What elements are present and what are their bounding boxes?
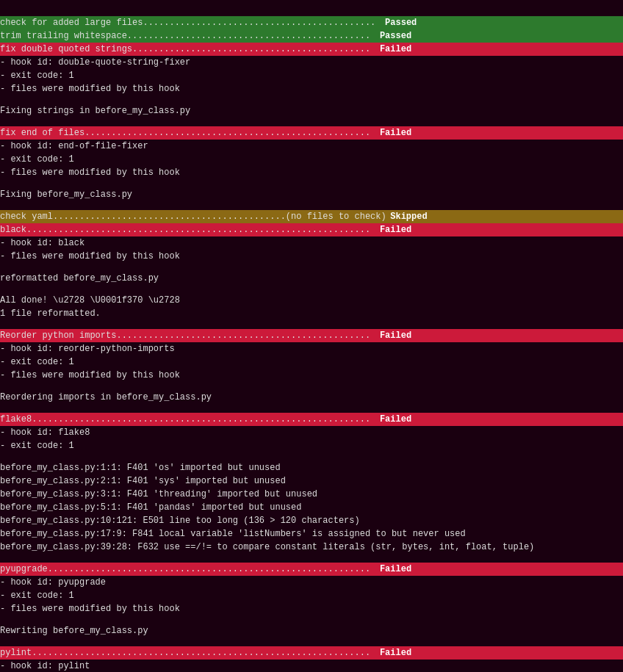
terminal-output: check for added large files.............…: [0, 0, 623, 672]
status-line-fix-double-quotes: fix double quoted strings...............…: [0, 43, 623, 56]
detail-line: All done! \u2728 \U0001f370 \u2728: [0, 294, 623, 307]
status-text: pylint..................................…: [0, 646, 370, 660]
status-line-check-yaml: check yaml..............................…: [0, 210, 623, 223]
detail-line: before_my_class.py:2:1: F401 'sys' impor…: [0, 474, 623, 488]
spacer: [0, 201, 623, 210]
status-line-pyupgrade: pyupgrade...............................…: [0, 563, 623, 576]
status-text: black...................................…: [0, 223, 370, 236]
detail-line: [0, 179, 623, 188]
status-line-reorder-imports: Reorder python imports..................…: [0, 329, 623, 342]
status-badge: Failed: [370, 329, 414, 342]
status-text: check for added large files.............…: [0, 16, 375, 29]
detail-line: [0, 615, 623, 624]
status-text: pyupgrade...............................…: [0, 563, 370, 576]
spacer: [0, 554, 623, 563]
detail-line: [0, 263, 623, 272]
spacer: [0, 118, 623, 126]
spacer: [0, 404, 623, 413]
status-text: fix double quoted strings...............…: [0, 43, 370, 56]
status-text: flake8..................................…: [0, 413, 370, 426]
detail-line: - hook id: black: [0, 236, 623, 250]
detail-line: Reordering imports in before_my_class.py: [0, 391, 623, 404]
detail-line: before_my_class.py:39:28: F632 use ==/!=…: [0, 541, 623, 554]
detail-line: - files were modified by this hook: [0, 602, 623, 615]
status-line-check-large-files: check for added large files.............…: [0, 16, 623, 29]
detail-line: [0, 382, 623, 391]
detail-line: - hook id: flake8: [0, 426, 623, 439]
status-line-pylint: pylint..................................…: [0, 646, 623, 660]
detail-line: before_my_class.py:17:9: F841 local vari…: [0, 527, 623, 541]
detail-line: before_my_class.py:3:1: F401 'threading'…: [0, 488, 623, 501]
detail-line: Rewriting before_my_class.py: [0, 624, 623, 637]
status-line-flake8: flake8..................................…: [0, 413, 623, 426]
status-badge: Failed: [370, 43, 414, 56]
detail-line: - hook id: pyupgrade: [0, 576, 623, 589]
detail-line: - exit code: 1: [0, 355, 623, 369]
detail-line: before_my_class.py:1:1: F401 'os' import…: [0, 461, 623, 474]
detail-line: Fixing before_my_class.py: [0, 188, 623, 201]
detail-line: - files were modified by this hook: [0, 166, 623, 179]
detail-line: - hook id: end-of-file-fixer: [0, 140, 623, 153]
detail-line: - files were modified by this hook: [0, 250, 623, 263]
detail-line: [0, 95, 623, 104]
spacer: [0, 320, 623, 329]
detail-line: - hook id: double-quote-string-fixer: [0, 56, 623, 69]
status-line-black: black...................................…: [0, 223, 623, 236]
status-text: fix end of files........................…: [0, 126, 370, 140]
status-badge: Failed: [370, 223, 414, 236]
detail-line: - exit code: 1: [0, 153, 623, 166]
status-text: trim trailing whitespace................…: [0, 29, 370, 43]
status-badge: Failed: [370, 646, 414, 660]
status-badge: Passed: [370, 29, 414, 43]
detail-line: - hook id: pylint: [0, 660, 623, 672]
detail-line: [0, 452, 623, 461]
detail-line: - files were modified by this hook: [0, 369, 623, 382]
detail-line: [0, 285, 623, 294]
detail-line: - hook id: reorder-python-imports: [0, 342, 623, 355]
detail-line: before_my_class.py:5:1: F401 'pandas' im…: [0, 501, 623, 514]
status-badge: Passed: [375, 16, 419, 29]
detail-line: - exit code: 1: [0, 69, 623, 82]
status-badge: Failed: [370, 413, 414, 426]
detail-line: Fixing strings in before_my_class.py: [0, 104, 623, 118]
status-badge: Failed: [370, 563, 414, 576]
detail-line: 1 file reformatted.: [0, 307, 623, 320]
status-text: Reorder python imports..................…: [0, 329, 370, 342]
detail-line: before_my_class.py:10:121: E501 line too…: [0, 514, 623, 527]
detail-line: - exit code: 1: [0, 589, 623, 602]
status-badge: Failed: [370, 126, 414, 140]
detail-line: - files were modified by this hook: [0, 82, 623, 95]
status-text: check yaml..............................…: [0, 210, 386, 223]
spacer: [0, 637, 623, 646]
detail-line: reformatted before_my_class.py: [0, 272, 623, 285]
detail-line: - exit code: 1: [0, 439, 623, 452]
status-line-trim-whitespace: trim trailing whitespace................…: [0, 29, 623, 43]
status-badge: Skipped: [386, 210, 431, 223]
status-line-fix-end-of-files: fix end of files........................…: [0, 126, 623, 140]
